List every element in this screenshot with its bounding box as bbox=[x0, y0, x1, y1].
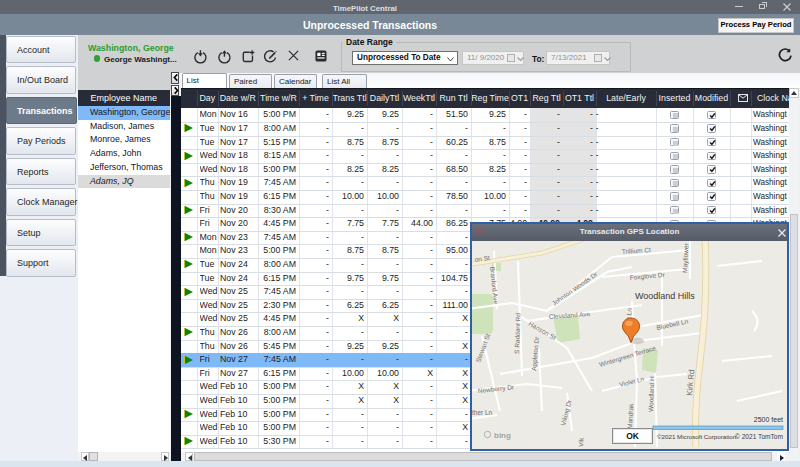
svg-text:S Raddant Rd: S Raddant Rd bbox=[513, 312, 521, 353]
svg-text:ther Ln: ther Ln bbox=[472, 409, 493, 416]
svg-text:2500 feet: 2500 feet bbox=[754, 416, 783, 423]
svg-text:© 2021 TomTom: © 2021 TomTom bbox=[735, 432, 783, 439]
svg-text:Mandrak: Mandrak bbox=[626, 402, 634, 428]
svg-text:Woodland Hills: Woodland Hills bbox=[635, 291, 695, 301]
svg-text:Vik: Vik bbox=[577, 436, 585, 446]
svg-text:Woodland H: Woodland H bbox=[647, 375, 655, 411]
svg-text:©2021 Microsoft Corporation: ©2021 Microsoft Corporation bbox=[657, 432, 737, 439]
svg-text:bing: bing bbox=[494, 431, 511, 440]
